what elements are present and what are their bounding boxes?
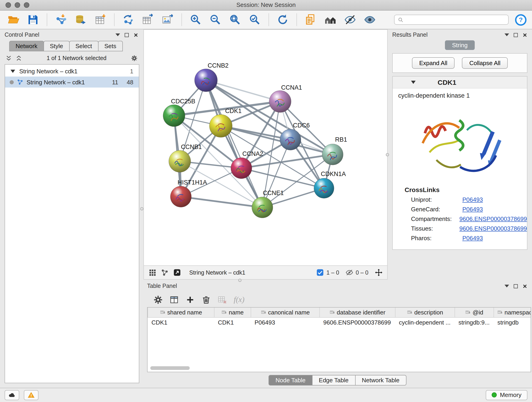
table-cell[interactable]: 9606.ENSP00000378699 [320,317,395,327]
hidden-eye-icon[interactable] [346,269,353,276]
pan-mode-icon[interactable] [375,269,383,276]
tab-sets[interactable]: Sets [98,41,123,51]
close-panel-icon[interactable] [522,32,527,37]
vertical-splitter-handle[interactable] [386,153,389,156]
birdseye-view-icon[interactable] [173,269,181,276]
network-node-CDK1[interactable]: CDK1 [209,108,241,138]
show-all-button[interactable] [362,12,378,27]
export-table-button[interactable] [140,12,156,27]
network-node-CDKN1A[interactable]: CDKN1A [314,171,346,198]
show-columns-icon[interactable] [170,295,179,304]
close-panel-icon[interactable] [133,32,138,37]
table-cell[interactable]: cyclin-dependent ... [395,317,455,327]
tab-string[interactable]: String [445,40,475,50]
zoom-fit-button[interactable] [227,12,243,27]
network-node-CCNB2[interactable]: CCNB2 [195,62,228,92]
memory-button[interactable]: Memory [486,390,527,400]
delete-column-icon[interactable] [202,295,211,304]
network-node-RB1[interactable]: RB1 [322,136,347,165]
crosslink-link[interactable]: P06493 [462,196,483,203]
network-node-CDC25B[interactable]: CDC25B [163,98,196,127]
table-cell[interactable]: P06493 [251,317,320,327]
float-panel-icon[interactable] [514,33,518,37]
maximize-window-button[interactable] [24,2,29,8]
table-settings-gear-icon[interactable] [153,295,163,304]
grid-view-icon[interactable] [148,269,156,276]
network-selection-summary: 1 of 1 Network selected [26,55,127,61]
import-network-file-button[interactable] [53,12,69,27]
network-row-selected[interactable]: String Network – cdk1 11 48 [5,77,139,88]
minimize-window-button[interactable] [15,2,20,8]
entry-collapse-icon[interactable] [411,81,416,84]
add-column-icon[interactable] [186,295,195,304]
zoom-out-button[interactable] [208,12,223,27]
tab-edge-table[interactable]: Edge Table [312,375,355,385]
apply-layout-button[interactable] [275,12,291,27]
float-panel-icon[interactable] [514,284,518,288]
open-session-button[interactable] [6,12,21,27]
table-cell[interactable]: stringdb:9... [455,317,494,327]
copy-document-button[interactable] [303,12,318,27]
gene-entry-header[interactable]: CDK1 [393,77,527,89]
network-graph[interactable]: CCNB2CCNA1CDC25BCDK1CDC6RB1CCNB1CCNA2CDK… [144,30,387,265]
zoom-selected-button[interactable] [247,12,263,27]
close-window-button[interactable] [6,2,11,8]
column-header-description[interactable]: description [395,307,455,317]
table-cell[interactable]: CDK1 [148,317,214,327]
import-table-file-button[interactable] [93,12,108,27]
import-network-database-button[interactable] [73,12,89,27]
collapse-all-button[interactable]: Collapse All [462,57,508,69]
show-neighbors-button[interactable] [323,12,338,27]
column-header-namespac[interactable]: namespac [494,307,531,317]
network-edge-CCNE1-HIST1H1A[interactable] [181,197,262,207]
network-node-CCNA1[interactable]: CCNA1 [269,84,302,113]
tab-network-table[interactable]: Network Table [355,375,406,385]
warnings-button[interactable] [24,390,38,400]
network-node-HIST1H1A[interactable]: HIST1H1A [171,179,207,207]
panel-menu-icon[interactable] [505,285,509,287]
table-cell[interactable]: CDK1 [214,317,251,327]
expand-all-button[interactable]: Expand All [412,57,455,69]
column-header-shared-name[interactable]: shared name [148,307,214,317]
close-panel-icon[interactable] [522,283,527,288]
network-view[interactable]: CCNB2CCNA1CDC25BCDK1CDC6RB1CCNB1CCNA2CDK… [143,29,388,266]
search-box[interactable] [394,15,509,25]
column-header-database-identifier[interactable]: database identifier [320,307,395,317]
panel-menu-icon[interactable] [505,33,509,36]
crosslink-link[interactable]: 9606.ENSP00000378699 [459,216,527,222]
selected-checkbox-icon[interactable] [317,269,324,276]
tree-expand-icon[interactable] [11,70,15,73]
table-row[interactable]: CDK1CDK1P064939606.ENSP00000378699cyclin… [148,317,531,327]
tab-select[interactable]: Select [69,41,98,51]
search-input[interactable] [406,17,505,23]
network-options-gear-icon[interactable] [131,55,138,61]
tab-network[interactable]: Network [9,41,44,51]
column-header-canonical-name[interactable]: canonical name [251,307,320,317]
hide-selected-button[interactable] [342,12,358,27]
export-image-button[interactable] [160,12,176,27]
horizontal-scrollbar-thumb[interactable] [150,366,190,370]
column-header--id[interactable]: @id [455,307,494,317]
network-collection-row[interactable]: String Network – cdk1 1 [5,66,139,77]
float-panel-icon[interactable] [125,33,129,37]
help-button[interactable]: ? [515,14,526,26]
table-cell[interactable]: stringdb [494,317,531,327]
crosslink-link[interactable]: 9606.ENSP00000378699 [459,225,527,232]
string-network-icon [17,79,23,85]
vertical-splitter-handle[interactable] [140,207,143,211]
horizontal-splitter-handle[interactable] [238,279,241,282]
zoom-in-button[interactable] [188,12,203,27]
tab-style[interactable]: Style [43,41,70,51]
tab-node-table[interactable]: Node Table [268,375,312,385]
new-network-button[interactable] [120,12,136,27]
network-share-icon[interactable] [161,269,169,276]
cloud-service-button[interactable] [5,390,19,400]
expand-all-networks-icon[interactable] [16,55,22,61]
results-panel: Results Panel String Expand All Collapse… [389,30,531,281]
panel-menu-icon[interactable] [115,33,120,36]
collapse-all-networks-icon[interactable] [6,55,12,61]
crosslink-link[interactable]: P06493 [462,206,483,213]
crosslink-link[interactable]: P06493 [462,235,483,242]
save-session-button[interactable] [25,12,41,27]
column-header-name[interactable]: name [214,307,251,317]
